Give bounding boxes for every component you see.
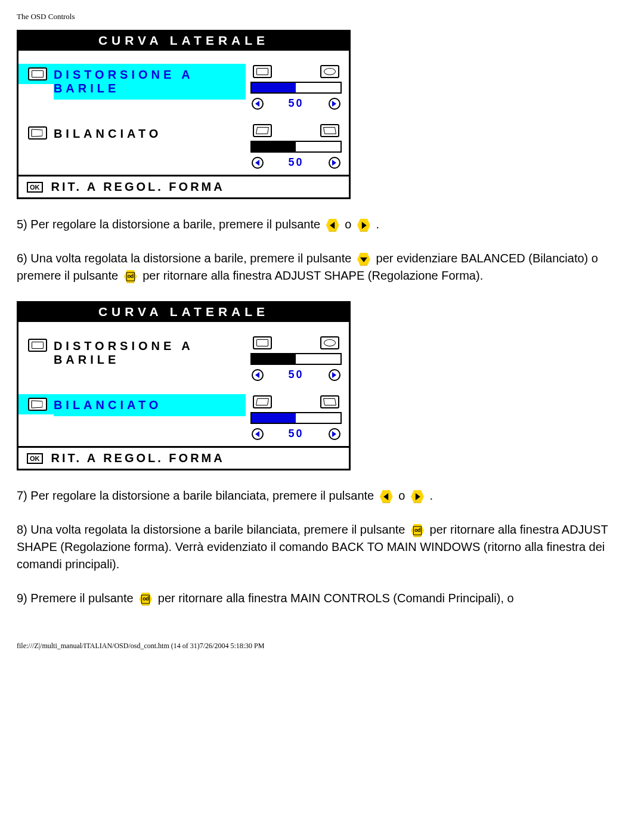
step-9: 9) Premere il pulsante od per ritornare … xyxy=(17,590,627,607)
slider-track[interactable] xyxy=(250,82,342,94)
arrow-right-icon[interactable] xyxy=(329,428,340,440)
arrow-right-icon[interactable] xyxy=(329,157,340,169)
footer-label: RIT. A REGOL. FORMA xyxy=(51,451,225,465)
arrow-right-icon[interactable] xyxy=(329,369,340,381)
ok-button-icon: od xyxy=(410,524,425,538)
step-8: 8) Una volta regolata la distorsione a b… xyxy=(17,521,627,573)
slider-track[interactable] xyxy=(250,353,342,365)
osd-title: CURVA LATERALE xyxy=(18,303,349,322)
step-7: 7) Per regolare la distorsione a barile … xyxy=(17,487,627,504)
slider-value: 50 xyxy=(288,368,304,381)
ok-icon: OK xyxy=(27,182,43,193)
shape-trap-left-icon xyxy=(253,124,272,137)
shape-oval-icon xyxy=(320,65,339,78)
right-button-icon xyxy=(410,490,425,504)
osd-row-bilanciato[interactable]: BILANCIATO 50 xyxy=(18,123,349,175)
trapezoid-icon xyxy=(18,394,54,414)
row-label: BILANCIATO xyxy=(54,394,246,416)
ok-button-icon: od xyxy=(138,592,153,606)
slider-track[interactable] xyxy=(250,412,342,424)
osd-panel-2: CURVA LATERALE DISTORSIONE A BARILE 50 B… xyxy=(17,301,351,470)
slider-value: 50 xyxy=(288,156,304,169)
osd-title: CURVA LATERALE xyxy=(18,32,349,51)
shape-oval-icon xyxy=(320,336,339,349)
arrow-left-icon[interactable] xyxy=(252,98,264,110)
slider-value: 50 xyxy=(288,428,304,440)
shape-trap-right-icon xyxy=(320,395,339,408)
row-label: DISTORSIONE A BARILE xyxy=(54,64,246,100)
row-label: BILANCIATO xyxy=(54,123,246,145)
osd-row-distorsione[interactable]: DISTORSIONE A BARILE 50 xyxy=(18,335,349,387)
osd-row-bilanciato[interactable]: BILANCIATO 50 xyxy=(18,394,349,446)
step-5: 5) Per regolare la distorsione a barile,… xyxy=(17,216,627,233)
osd-footer[interactable]: OK RIT. A REGOL. FORMA xyxy=(18,175,349,197)
arrow-left-icon[interactable] xyxy=(252,369,264,381)
page-header: The OSD Controls xyxy=(17,12,627,21)
arrow-right-icon[interactable] xyxy=(329,98,340,110)
shape-trap-left-icon xyxy=(253,395,272,408)
ok-icon: OK xyxy=(27,453,43,464)
slider-track[interactable] xyxy=(250,141,342,153)
shape-rect-icon xyxy=(253,336,272,349)
right-button-icon xyxy=(357,218,371,233)
pincushion-icon xyxy=(18,335,54,355)
page-footer: file:///Z|/multi_manual/ITALIAN/OSD/osd_… xyxy=(17,642,627,651)
step-6: 6) Una volta regolata la distorsione a b… xyxy=(17,250,627,284)
left-button-icon xyxy=(379,490,394,504)
ok-button-icon: od xyxy=(123,270,138,284)
left-button-icon xyxy=(326,218,340,233)
shape-trap-right-icon xyxy=(320,124,339,137)
shape-rect-icon xyxy=(253,65,272,78)
osd-row-distorsione[interactable]: DISTORSIONE A BARILE 50 xyxy=(18,64,349,116)
footer-label: RIT. A REGOL. FORMA xyxy=(51,180,225,194)
trapezoid-icon xyxy=(18,123,54,143)
row-label: DISTORSIONE A BARILE xyxy=(54,335,246,371)
slider-value: 50 xyxy=(288,97,304,110)
down-button-icon xyxy=(357,252,371,267)
arrow-left-icon[interactable] xyxy=(252,428,264,440)
pincushion-icon xyxy=(18,64,54,84)
arrow-left-icon[interactable] xyxy=(252,157,264,169)
osd-footer[interactable]: OK RIT. A REGOL. FORMA xyxy=(18,446,349,469)
osd-panel-1: CURVA LATERALE DISTORSIONE A BARILE 50 B… xyxy=(17,30,351,199)
